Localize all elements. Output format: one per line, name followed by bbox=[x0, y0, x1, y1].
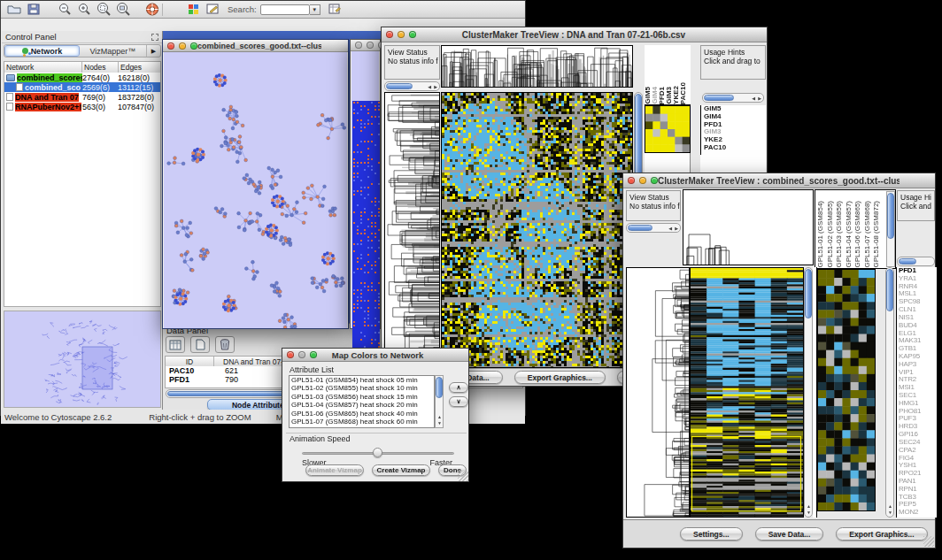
tv2-column-dendrogram[interactable] bbox=[683, 189, 814, 265]
animation-speed-label: Animation Speed bbox=[290, 434, 351, 443]
network-view-canvas[interactable] bbox=[164, 52, 347, 328]
close-icon[interactable] bbox=[167, 42, 174, 50]
network-row[interactable]: combined_scores 2764(0) 16218(0) bbox=[4, 73, 160, 82]
network-view-2-canvas[interactable] bbox=[351, 51, 379, 328]
tv2-heatmap-vscrollbar[interactable]: ▲▼ bbox=[804, 267, 813, 518]
tv2-row-dendrogram[interactable] bbox=[626, 267, 690, 518]
col-header-edges[interactable]: Edges bbox=[119, 62, 160, 73]
network-row[interactable]: RNAPuberNov2+! 563(0) 107847(0) bbox=[4, 102, 160, 111]
minimize-icon[interactable] bbox=[367, 42, 374, 49]
search-input[interactable] bbox=[260, 4, 310, 15]
network-type-icon bbox=[16, 83, 23, 91]
network-view-title: combined_scores_good.txt--cluste... bbox=[197, 42, 321, 50]
select-attributes-icon[interactable] bbox=[166, 336, 185, 353]
attribute-list[interactable]: GPL51-01 (GSM854) heat shock 05 minGPL51… bbox=[289, 375, 435, 428]
minimize-icon[interactable] bbox=[179, 42, 186, 50]
help-lifebuoy-icon[interactable] bbox=[143, 2, 162, 18]
tv2-global-heatmap[interactable] bbox=[690, 267, 804, 518]
zoom-window-icon[interactable] bbox=[190, 42, 197, 50]
tab-network[interactable]: Network bbox=[4, 45, 80, 57]
zoom-fit-icon[interactable] bbox=[114, 2, 134, 18]
vizmap-palette-icon[interactable] bbox=[183, 2, 203, 18]
animation-slider[interactable] bbox=[302, 448, 454, 458]
col-header-nodes[interactable]: Nodes bbox=[82, 62, 119, 73]
tv2-hints-scrollbar[interactable] bbox=[897, 257, 935, 266]
zoom-in-icon[interactable] bbox=[75, 2, 95, 18]
tv1-zoom-heatmap[interactable] bbox=[645, 105, 691, 153]
save-icon[interactable] bbox=[24, 2, 43, 18]
attribute-table-icon[interactable] bbox=[326, 2, 345, 18]
resize-grip[interactable] bbox=[458, 471, 468, 481]
attribute-list-scrollbar[interactable]: ▲▼ bbox=[435, 375, 444, 428]
close-icon[interactable] bbox=[287, 351, 294, 358]
attribute-list-item[interactable]: GPL51-07 (GSM868) heat shock 60 min bbox=[290, 418, 434, 426]
move-up-button[interactable]: ∧ bbox=[449, 382, 468, 393]
control-panel-tabs: Network VizMapper™ ▶ bbox=[4, 44, 161, 58]
annotation-icon[interactable] bbox=[203, 2, 222, 18]
col-header-network[interactable]: Network bbox=[4, 62, 82, 73]
tv1-view-status: View StatusNo status info f bbox=[384, 45, 440, 80]
minimize-icon[interactable] bbox=[639, 177, 646, 184]
column-label: PAC10 bbox=[680, 82, 687, 104]
map-dialog-title: Map Colors to Network bbox=[317, 350, 438, 360]
zoom-window-icon[interactable] bbox=[651, 177, 658, 184]
zoom-window-icon[interactable] bbox=[310, 351, 317, 358]
resize-grip[interactable] bbox=[923, 536, 934, 547]
open-folder-icon[interactable] bbox=[4, 2, 24, 18]
tv1-zoom-hscrollbar[interactable]: ◀▶ bbox=[702, 93, 764, 103]
zoom-window-icon[interactable] bbox=[409, 31, 416, 38]
animate-vizmap-button[interactable]: Animate Vizmap bbox=[305, 464, 364, 476]
desktop: Cytoscape Desktop (Session Name: collins… bbox=[0, 0, 942, 560]
tv2-zoom-vscrollbar[interactable]: ▲▼ bbox=[885, 267, 894, 518]
tv1-column-labels: GIM5GIM4PFD1GIM3YKE2PAC10 bbox=[645, 45, 691, 105]
network-view-window-2 bbox=[350, 39, 381, 329]
network-view-titlebar[interactable]: combined_scores_good.txt--cluste... bbox=[163, 40, 348, 52]
tv1-status-scrollbar[interactable]: ◀▶ bbox=[384, 81, 440, 91]
tv1-column-dendrogram[interactable] bbox=[441, 45, 633, 88]
treeview1-title: ClusterMaker TreeView : DNA and Tran 07-… bbox=[416, 30, 731, 40]
close-icon[interactable] bbox=[628, 177, 635, 184]
network-row[interactable]: combined_sco 2569(6) 13112(15) bbox=[4, 82, 160, 92]
zoom-out-icon[interactable] bbox=[56, 2, 75, 18]
tv1-usage-hints: Usage HintsClick and drag to bbox=[700, 45, 766, 80]
tv1-global-heatmap[interactable] bbox=[441, 92, 633, 368]
tv2-labels-vscrollbar[interactable] bbox=[886, 191, 895, 267]
minimize-icon[interactable] bbox=[398, 31, 405, 38]
treeview1-titlebar[interactable]: ClusterMaker TreeView : DNA and Tran 07-… bbox=[382, 27, 767, 42]
slider-thumb[interactable] bbox=[373, 448, 382, 457]
treeview2-titlebar[interactable]: ClusterMaker TreeView : combined_scores_… bbox=[623, 173, 935, 188]
attribute-list-item[interactable]: GPL51-01 (GSM854) heat shock 05 min bbox=[290, 376, 434, 384]
tv2-button[interactable]: Save Data... bbox=[755, 527, 824, 541]
attribute-list-item[interactable]: GPL51-02 (GSM855) heat shock 10 min bbox=[290, 384, 434, 392]
gene-label: MON2 bbox=[899, 509, 937, 517]
delete-attribute-icon[interactable] bbox=[215, 336, 235, 353]
create-vizmap-button[interactable]: Create Vizmap bbox=[372, 464, 430, 476]
tv2-status-scrollbar[interactable]: ◀▶ bbox=[626, 223, 681, 233]
tv1-button[interactable]: Export Graphics... bbox=[514, 371, 606, 384]
search-dropdown-icon[interactable]: ▼ bbox=[310, 4, 320, 15]
column-label: GPL51-08 (GSM872) bbox=[873, 201, 883, 268]
tv1-row-dendrogram[interactable] bbox=[384, 92, 440, 368]
tv2-button[interactable]: Settings... bbox=[680, 527, 743, 541]
close-icon[interactable] bbox=[386, 31, 393, 38]
network-view-2-titlebar[interactable] bbox=[351, 40, 380, 51]
tabs-more-icon[interactable]: ▶ bbox=[146, 45, 160, 57]
map-dialog-titlebar[interactable]: Map Colors to Network bbox=[282, 349, 468, 362]
move-down-button[interactable]: ∨ bbox=[449, 396, 468, 407]
zoom-selected-icon[interactable] bbox=[95, 2, 114, 18]
float-panel-icon[interactable] bbox=[151, 34, 158, 41]
minimize-icon[interactable] bbox=[298, 351, 305, 358]
close-icon[interactable] bbox=[355, 42, 362, 49]
tab-vizmapper[interactable]: VizMapper™ bbox=[80, 45, 146, 57]
birdseye-panel[interactable] bbox=[4, 311, 161, 408]
network-table: Network Nodes Edges combined_scores 2764… bbox=[4, 61, 161, 307]
network-row[interactable]: DNA and Tran 07 769(0) 183728(0) bbox=[4, 92, 160, 102]
attribute-list-item[interactable]: GPL51-04 (GSM857) heat shock 20 min bbox=[290, 401, 434, 409]
attribute-list-item[interactable]: GPL51-06 (GSM865) heat shock 40 min bbox=[290, 410, 434, 418]
attribute-list-item[interactable]: GPL51-03 (GSM856) heat shock 15 min bbox=[290, 393, 434, 401]
new-attribute-icon[interactable] bbox=[190, 336, 210, 353]
id-column-header[interactable]: ID bbox=[166, 357, 214, 366]
tv2-button[interactable]: Export Graphics... bbox=[836, 527, 927, 541]
tv2-zoom-heatmap[interactable] bbox=[817, 269, 876, 511]
network-type-icon bbox=[6, 74, 15, 81]
